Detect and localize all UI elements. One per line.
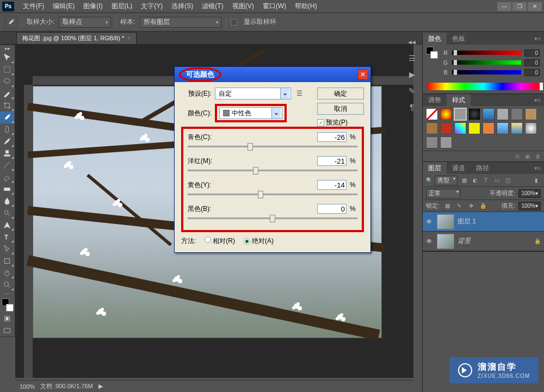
history-panel-icon[interactable]: ☰ bbox=[406, 53, 417, 63]
menu-select[interactable]: 选择(S) bbox=[167, 2, 197, 11]
history-brush-tool[interactable] bbox=[0, 159, 14, 171]
slider-b[interactable] bbox=[452, 70, 521, 74]
style-preset[interactable] bbox=[440, 122, 452, 134]
value-g[interactable]: 0 bbox=[524, 59, 540, 66]
move-tool[interactable] bbox=[0, 52, 14, 64]
clear-style-icon[interactable]: ⊘ bbox=[515, 153, 520, 159]
preset-select[interactable]: 自定 bbox=[215, 88, 291, 99]
lasso-tool[interactable] bbox=[0, 76, 14, 88]
filter-type-icon[interactable]: T bbox=[481, 176, 490, 185]
layer-row[interactable]: 👁 背景 🔒 bbox=[423, 232, 544, 251]
style-preset[interactable] bbox=[511, 108, 523, 120]
quickmask-toggle[interactable] bbox=[0, 313, 14, 325]
min-button[interactable]: — bbox=[497, 2, 511, 11]
lock-transparent-icon[interactable]: ▦ bbox=[443, 202, 452, 210]
status-chevron[interactable]: ▶ bbox=[98, 383, 103, 390]
style-preset[interactable] bbox=[468, 122, 480, 134]
color-swatches[interactable] bbox=[2, 298, 14, 312]
visibility-icon[interactable]: 👁 bbox=[426, 218, 434, 226]
dock-handle[interactable]: ◂◂ bbox=[406, 37, 417, 47]
hand-tool[interactable] bbox=[0, 267, 14, 279]
ok-button[interactable]: 确定 bbox=[317, 88, 364, 99]
style-preset[interactable] bbox=[511, 122, 523, 134]
wand-tool[interactable] bbox=[0, 88, 14, 99]
panel-menu-icon[interactable]: ▾≡ bbox=[531, 35, 544, 42]
trash-icon[interactable]: 🗑 bbox=[535, 153, 541, 159]
menu-window[interactable]: 窗口(W) bbox=[258, 2, 290, 11]
tab-adjustments[interactable]: 调整 bbox=[423, 94, 447, 106]
document-tab[interactable]: 梅花图 .jpg @ 100% (图层 1, RGB/8) * × bbox=[16, 32, 137, 44]
toolbox-collapse[interactable]: ▸▸ bbox=[0, 45, 15, 52]
eyedropper-tool[interactable] bbox=[0, 111, 14, 123]
menu-view[interactable]: 视图(V) bbox=[228, 2, 258, 11]
shape-tool[interactable] bbox=[0, 255, 14, 267]
filter-adjust-icon[interactable]: ◐ bbox=[471, 176, 479, 185]
menu-image[interactable]: 图像(I) bbox=[79, 2, 107, 11]
style-preset[interactable] bbox=[497, 108, 509, 120]
preview-checkbox[interactable]: ✓ bbox=[317, 119, 324, 126]
style-preset[interactable] bbox=[426, 122, 438, 134]
layer-name[interactable]: 图层 1 bbox=[458, 217, 476, 226]
menu-filter[interactable]: 滤镜(T) bbox=[197, 2, 227, 11]
marquee-tool[interactable] bbox=[0, 64, 14, 76]
style-preset[interactable] bbox=[468, 108, 480, 120]
new-style-icon[interactable]: ▣ bbox=[525, 153, 530, 159]
menu-layer[interactable]: 图层(L) bbox=[107, 2, 137, 11]
method-relative[interactable]: 相对(R) bbox=[205, 237, 235, 246]
menu-edit[interactable]: 编辑(E) bbox=[48, 2, 79, 11]
filter-smart-icon[interactable]: ◫ bbox=[503, 176, 512, 185]
pen-tool[interactable] bbox=[0, 219, 14, 231]
tab-channels[interactable]: 通道 bbox=[447, 162, 471, 174]
menu-type[interactable]: 文字(Y) bbox=[137, 2, 167, 11]
opacity-value[interactable]: 100% ▾ bbox=[518, 189, 541, 198]
brush-tool[interactable] bbox=[0, 135, 14, 147]
colors-select[interactable]: 中性色 bbox=[219, 107, 282, 119]
slider-input[interactable] bbox=[317, 204, 347, 214]
blur-tool[interactable] bbox=[0, 195, 14, 207]
tab-color[interactable]: 颜色 bbox=[423, 33, 447, 45]
brushes-panel-icon[interactable]: ✎ bbox=[406, 86, 417, 96]
layer-row[interactable]: 👁 图层 1 bbox=[423, 212, 544, 232]
dodge-tool[interactable] bbox=[0, 207, 14, 219]
layer-thumbnail[interactable] bbox=[437, 234, 454, 249]
menu-help[interactable]: 帮助(H) bbox=[290, 2, 322, 11]
style-preset[interactable] bbox=[483, 108, 494, 120]
style-preset[interactable] bbox=[440, 108, 452, 120]
filter-kind-icon[interactable]: 🔍 bbox=[426, 177, 432, 183]
sample-size-select[interactable]: 取样点 bbox=[59, 17, 111, 28]
close-button[interactable]: ✕ bbox=[528, 2, 542, 11]
stamp-tool[interactable] bbox=[0, 147, 14, 159]
slider-r[interactable] bbox=[452, 51, 521, 55]
restore-button[interactable]: ❐ bbox=[512, 2, 527, 11]
panel-menu-icon[interactable]: ▾≡ bbox=[531, 97, 544, 104]
cancel-button[interactable]: 取消 bbox=[317, 103, 364, 115]
tab-styles[interactable]: 样式 bbox=[447, 94, 471, 106]
show-ring-checkbox[interactable] bbox=[231, 19, 237, 26]
dialog-close-button[interactable]: ✕ bbox=[357, 69, 368, 80]
layer-name[interactable]: 背景 bbox=[458, 237, 471, 246]
blend-mode-select[interactable]: 正常 bbox=[426, 189, 461, 198]
preset-menu-icon[interactable]: ☰ bbox=[296, 90, 302, 97]
spectrum-bar[interactable] bbox=[427, 83, 540, 90]
style-preset[interactable] bbox=[525, 108, 537, 120]
filter-shape-icon[interactable]: ▭ bbox=[492, 176, 501, 185]
style-preset[interactable] bbox=[525, 122, 537, 134]
screenmode-toggle[interactable] bbox=[0, 325, 14, 337]
slider-input[interactable] bbox=[317, 180, 347, 190]
visibility-icon[interactable]: 👁 bbox=[426, 238, 434, 245]
slider-input[interactable] bbox=[317, 156, 347, 166]
style-preset[interactable] bbox=[454, 108, 466, 120]
filter-pixel-icon[interactable]: ▦ bbox=[460, 176, 468, 185]
crop-tool[interactable] bbox=[0, 99, 14, 111]
current-tool-eyedropper[interactable] bbox=[4, 16, 17, 29]
tab-swatches[interactable]: 色板 bbox=[447, 33, 471, 45]
lock-all-icon[interactable]: 🔒 bbox=[479, 202, 487, 210]
filter-toggle[interactable]: ▮ bbox=[532, 176, 541, 185]
doc-info[interactable]: 文档 :900.0K/1.76M bbox=[40, 382, 93, 390]
layer-thumbnail[interactable] bbox=[437, 214, 454, 229]
gradient-tool[interactable] bbox=[0, 183, 14, 195]
slider-input[interactable] bbox=[317, 132, 347, 142]
zoom-value[interactable]: 100% bbox=[20, 383, 35, 390]
type-tool[interactable]: T bbox=[0, 231, 14, 243]
style-preset[interactable] bbox=[440, 136, 452, 148]
